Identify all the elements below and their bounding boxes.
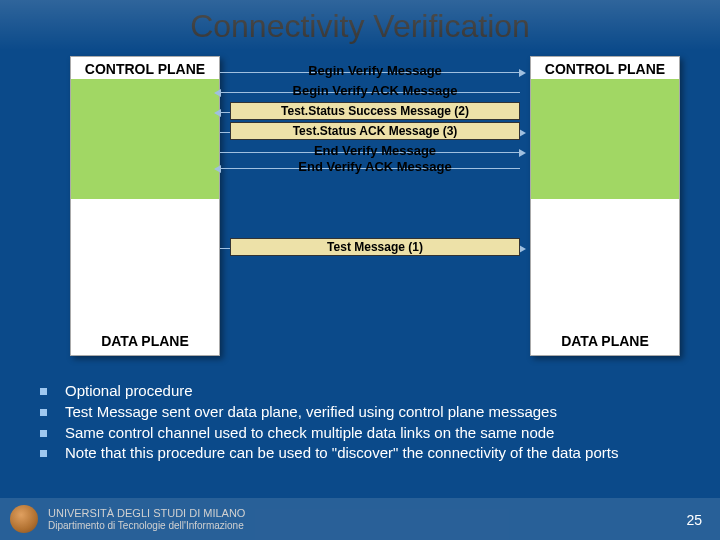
left-control-label: CONTROL PLANE	[71, 57, 219, 81]
right-data-label: DATA PLANE	[531, 333, 679, 349]
bullet-text: Test Message sent over data plane, verif…	[65, 403, 557, 422]
connectivity-diagram: CONTROL PLANE DATA PLANE CONTROL PLANE D…	[70, 48, 680, 378]
bullet-text: Optional procedure	[65, 382, 193, 401]
bullet-text: Note that this procedure can be used to …	[65, 444, 618, 463]
bullet-item: Optional procedure	[40, 382, 680, 401]
bullet-list: Optional procedure Test Message sent ove…	[40, 382, 680, 465]
bullet-icon	[40, 430, 47, 437]
msg-end-verify: End Verify Message	[230, 142, 520, 159]
msg-test-status-ack: Test.Status ACK Message (3)	[230, 122, 520, 140]
bullet-item: Same control channel used to check multi…	[40, 424, 680, 443]
msg-begin-verify-ack: Begin Verify ACK Message	[230, 82, 520, 99]
footer-text: UNIVERSITÀ DEGLI STUDI DI MILANO Diparti…	[48, 507, 245, 530]
msg-test-message: Test Message (1)	[230, 238, 520, 256]
left-data-label: DATA PLANE	[71, 333, 219, 349]
footer: UNIVERSITÀ DEGLI STUDI DI MILANO Diparti…	[0, 498, 720, 540]
bullet-text: Same control channel used to check multi…	[65, 424, 554, 443]
footer-line1: UNIVERSITÀ DEGLI STUDI DI MILANO	[48, 507, 245, 519]
bullet-icon	[40, 450, 47, 457]
right-control-region	[531, 79, 679, 199]
left-plane-box: CONTROL PLANE DATA PLANE	[70, 56, 220, 356]
page-number: 25	[686, 512, 702, 528]
msg-end-verify-ack: End Verify ACK Message	[230, 158, 520, 175]
right-control-label: CONTROL PLANE	[531, 57, 679, 81]
bullet-icon	[40, 409, 47, 416]
footer-line2: Dipartimento di Tecnologie dell'Informaz…	[48, 520, 245, 531]
bullet-item: Test Message sent over data plane, verif…	[40, 403, 680, 422]
msg-begin-verify: Begin Verify Message	[230, 62, 520, 79]
bullet-icon	[40, 388, 47, 395]
left-control-region	[71, 79, 219, 199]
bullet-item: Note that this procedure can be used to …	[40, 444, 680, 463]
msg-test-status-success: Test.Status Success Message (2)	[230, 102, 520, 120]
right-plane-box: CONTROL PLANE DATA PLANE	[530, 56, 680, 356]
university-logo-icon	[10, 505, 38, 533]
